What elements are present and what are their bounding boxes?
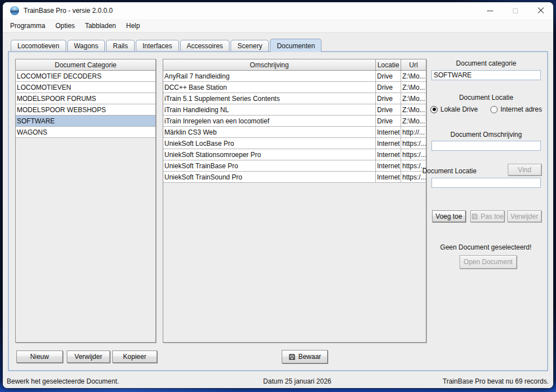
cell-description: DCC++ Base Station: [163, 82, 376, 93]
cell-description: UniekSoft LocBase Pro: [163, 138, 376, 149]
open-document-button[interactable]: Open Document: [459, 255, 517, 269]
cell-description: UniekSoft Stationsomroeper Pro: [163, 149, 376, 160]
category-field[interactable]: [431, 70, 541, 80]
document-row[interactable]: iTrain Handleiding NL Drive Z:\Mo...: [163, 104, 426, 116]
cell-url: Z:\Mo...: [401, 93, 426, 104]
location-radio-group: Lokale Drive Internet adres: [430, 105, 542, 113]
tab-accessoires[interactable]: Accessoires: [180, 40, 230, 51]
document-row[interactable]: UniekSoft TrainSound Pro Internet https:…: [163, 172, 426, 183]
cell-location: Internet: [376, 160, 401, 171]
cell-url: https:/...: [401, 149, 426, 160]
cell-description: iTrain Handleiding NL: [163, 104, 376, 115]
menu-programma[interactable]: Programma: [5, 20, 50, 31]
header-locatie: Locatie: [376, 59, 401, 70]
save-button[interactable]: Bewaar: [282, 350, 328, 363]
path-field[interactable]: [431, 178, 541, 188]
menu-opties[interactable]: Opties: [50, 20, 80, 31]
document-row[interactable]: UniekSoft Stationsomroeper Pro Internet …: [163, 149, 426, 160]
category-row[interactable]: MODELSPOOR WEBSHOPS: [16, 104, 155, 116]
cell-url: Z:\Mo...: [401, 82, 426, 93]
apply-button-label: Pas toe: [481, 213, 504, 220]
cell-description: UniekSoft TrainSound Pro: [163, 172, 376, 182]
category-row[interactable]: LOCOMOTIEVEN: [16, 82, 155, 93]
cell-location: Drive: [376, 71, 401, 81]
category-cell: MODELSPOOR WEBSHOPS: [16, 104, 155, 115]
category-table-header[interactable]: Document Categorie: [16, 59, 155, 71]
category-header-cell: Document Categorie: [16, 59, 155, 70]
tab-rails[interactable]: Rails: [106, 40, 135, 51]
app-logo-icon: [10, 6, 19, 15]
document-row[interactable]: AnyRail 7 handleiding Drive Z:\Mo...: [163, 71, 426, 82]
menu-tabbladen[interactable]: Tabbladen: [80, 20, 121, 31]
document-row[interactable]: iTrain 5.1 Supplement Series Contents Dr…: [163, 93, 426, 104]
cell-url: https:/...: [401, 138, 426, 149]
radio-internet-adres-label: Internet adres: [500, 105, 542, 113]
cell-location: Drive: [376, 104, 401, 115]
radio-lokale-drive[interactable]: Lokale Drive: [430, 105, 478, 113]
apply-button[interactable]: Pas toe: [470, 210, 504, 222]
status-hint: Bewerk het geselecteerde Document.: [7, 377, 119, 385]
tab-scenery[interactable]: Scenery: [231, 40, 269, 51]
header-omschrijving: Omschrijving: [163, 59, 376, 70]
description-field-label: Document Omschrijving: [431, 131, 541, 139]
menu-help[interactable]: Help: [121, 20, 145, 31]
cell-location: Internet: [376, 127, 401, 137]
cell-description: iTrain Inregelen van een locomotief: [163, 116, 376, 126]
find-button[interactable]: Vind: [508, 164, 541, 176]
category-cell: LOCOMOTIEF DECODERS: [16, 71, 155, 81]
cell-url: Z:\Mo...: [401, 71, 426, 81]
cell-description: iTrain 5.1 Supplement Series Contents: [163, 93, 376, 104]
category-row[interactable]: LOCOMOTIEF DECODERS: [16, 71, 155, 82]
new-category-button[interactable]: Nieuw: [16, 351, 63, 363]
tab-interfaces[interactable]: Interfaces: [136, 40, 179, 51]
cell-location: Drive: [376, 93, 401, 104]
cell-location: Internet: [376, 138, 401, 149]
cell-location: Drive: [376, 82, 401, 93]
title-bar: TrainBase Pro - versie 2.0.0.0: [3, 2, 553, 19]
cell-location: Internet: [376, 172, 401, 182]
cell-location: Internet: [376, 149, 401, 160]
radio-unselected-icon: [490, 106, 498, 113]
cell-description: UniekSoft TrainBase Pro: [163, 160, 376, 171]
document-row[interactable]: iTrain Inregelen van een locomotief Driv…: [163, 116, 426, 127]
client-area: Locomotieven Wagons Rails Interfaces Acc…: [3, 33, 553, 388]
minimize-button[interactable]: [477, 2, 503, 19]
document-row[interactable]: DCC++ Base Station Drive Z:\Mo...: [163, 82, 426, 93]
cell-description: AnyRail 7 handleiding: [163, 71, 376, 81]
close-icon: [537, 7, 544, 14]
delete-document-button[interactable]: Verwijder: [507, 210, 541, 222]
tab-locomotieven[interactable]: Locomotieven: [11, 40, 66, 51]
maximize-button[interactable]: [503, 2, 528, 19]
category-table: Document Categorie LOCOMOTIEF DECODERS L…: [15, 59, 156, 343]
description-field[interactable]: [431, 141, 541, 151]
category-row[interactable]: WAGONS: [16, 127, 155, 138]
status-record-count: TrainBase Pro bevat nu 69 records.: [443, 377, 549, 385]
radio-internet-adres[interactable]: Internet adres: [490, 105, 542, 113]
document-row[interactable]: UniekSoft TrainBase Pro Internet https:/…: [163, 160, 426, 172]
tab-documenten[interactable]: Documenten: [270, 39, 321, 52]
copy-category-button[interactable]: Kopieer: [112, 351, 157, 363]
tab-wagons[interactable]: Wagons: [67, 40, 105, 51]
category-cell: LOCOMOTIEVEN: [16, 82, 155, 93]
window-title: TrainBase Pro - versie 2.0.0.0: [24, 7, 113, 15]
document-row[interactable]: UniekSoft LocBase Pro Internet https:/..…: [163, 138, 426, 149]
documents-table-header[interactable]: Omschrijving Locatie Url: [163, 59, 426, 71]
document-row[interactable]: Märklin CS3 Web Internet http://...: [163, 127, 426, 138]
documents-table: Omschrijving Locatie Url AnyRail 7 handl…: [163, 59, 426, 343]
category-row[interactable]: MODELSPOOR FORUMS: [16, 93, 155, 104]
category-cell: WAGONS: [16, 127, 155, 137]
close-button[interactable]: [528, 2, 553, 19]
app-window: TrainBase Pro - versie 2.0.0.0 Programma…: [3, 2, 553, 388]
window-controls: [477, 2, 553, 19]
add-button[interactable]: Voeg toe: [432, 210, 466, 222]
category-field-label: Document categorie: [431, 59, 541, 67]
save-icon: [288, 353, 296, 361]
save-icon-disabled: [471, 213, 478, 220]
no-selection-message: Geen Document geselecteerd!: [413, 243, 553, 251]
category-row-selected[interactable]: SOFTWARE: [16, 116, 155, 127]
cell-description: Märklin CS3 Web: [163, 127, 376, 137]
delete-category-button[interactable]: Verwijder: [67, 351, 110, 363]
status-date: Datum 25 januari 2026: [263, 377, 331, 385]
cell-location: Drive: [376, 116, 401, 126]
radio-selected-icon: [430, 106, 438, 113]
